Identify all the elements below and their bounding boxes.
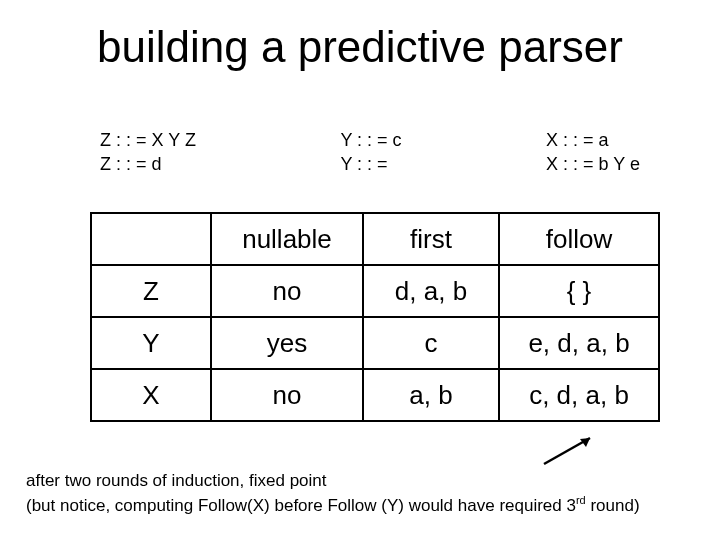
grammar-z-line1: Z : : = X Y Z [100, 130, 196, 150]
cell-follow: { } [499, 265, 659, 317]
grammar-col-y: Y : : = c Y : : = [340, 128, 401, 177]
grammar-z-line2: Z : : = d [100, 154, 162, 174]
header-empty [91, 213, 211, 265]
cell-symbol: Z [91, 265, 211, 317]
note-superscript: rd [576, 494, 586, 506]
grammar-x-line2: X : : = b Y e [546, 154, 640, 174]
cell-first: c [363, 317, 499, 369]
header-first: first [363, 213, 499, 265]
grammar-block: Z : : = X Y Z Z : : = d Y : : = c Y : : … [100, 128, 640, 177]
table-row: X no a, b c, d, a, b [91, 369, 659, 421]
footnote: after two rounds of induction, fixed poi… [26, 470, 640, 518]
cell-follow: e, d, a, b [499, 317, 659, 369]
cell-first: d, a, b [363, 265, 499, 317]
grammar-col-x: X : : = a X : : = b Y e [546, 128, 640, 177]
header-follow: follow [499, 213, 659, 265]
header-nullable: nullable [211, 213, 363, 265]
note-line2b: round) [586, 496, 640, 515]
cell-first: a, b [363, 369, 499, 421]
cell-nullable: no [211, 265, 363, 317]
note-line1: after two rounds of induction, fixed poi… [26, 471, 327, 490]
slide: building a predictive parser Z : : = X Y… [0, 0, 720, 540]
cell-nullable: no [211, 369, 363, 421]
grammar-y-line2: Y : : = [340, 154, 387, 174]
cell-nullable: yes [211, 317, 363, 369]
table-row: Z no d, a, b { } [91, 265, 659, 317]
arrow-icon [540, 432, 600, 468]
note-line2a: (but notice, computing Follow(X) before … [26, 496, 576, 515]
grammar-y-line1: Y : : = c [340, 130, 401, 150]
table-header-row: nullable first follow [91, 213, 659, 265]
cell-symbol: Y [91, 317, 211, 369]
grammar-x-line1: X : : = a [546, 130, 609, 150]
slide-title: building a predictive parser [0, 22, 720, 72]
grammar-col-z: Z : : = X Y Z Z : : = d [100, 128, 196, 177]
cell-follow: c, d, a, b [499, 369, 659, 421]
table-row: Y yes c e, d, a, b [91, 317, 659, 369]
nullable-first-follow-table: nullable first follow Z no d, a, b { } Y… [90, 212, 660, 422]
cell-symbol: X [91, 369, 211, 421]
